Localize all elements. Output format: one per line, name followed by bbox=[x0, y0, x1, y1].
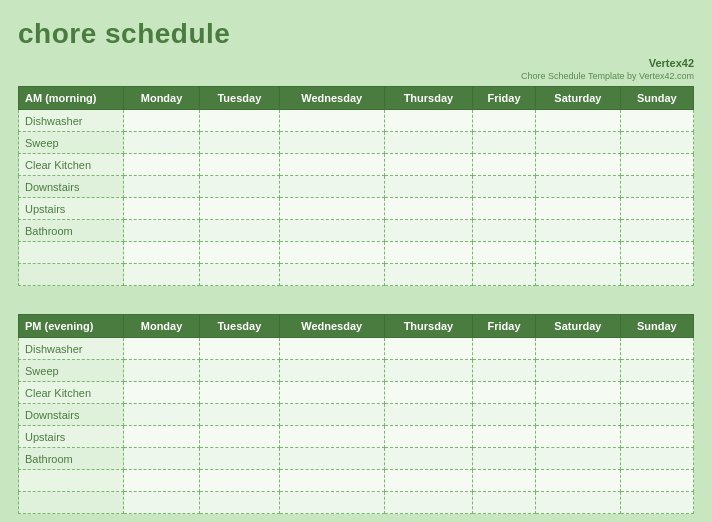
pm-cell-0-0[interactable] bbox=[124, 338, 200, 360]
pm-cell-0-6[interactable] bbox=[620, 338, 693, 360]
pm-cell-0-3[interactable] bbox=[384, 338, 472, 360]
am-cell-6-6[interactable] bbox=[620, 242, 693, 264]
am-cell-1-4[interactable] bbox=[472, 132, 535, 154]
pm-cell-5-4[interactable] bbox=[472, 448, 535, 470]
am-cell-4-6[interactable] bbox=[620, 198, 693, 220]
pm-cell-2-2[interactable] bbox=[279, 382, 384, 404]
pm-cell-7-0[interactable] bbox=[124, 492, 200, 514]
am-cell-4-3[interactable] bbox=[384, 198, 472, 220]
am-cell-2-2[interactable] bbox=[279, 154, 384, 176]
pm-cell-7-5[interactable] bbox=[536, 492, 620, 514]
pm-cell-5-0[interactable] bbox=[124, 448, 200, 470]
am-cell-4-0[interactable] bbox=[124, 198, 200, 220]
pm-cell-3-4[interactable] bbox=[472, 404, 535, 426]
am-cell-7-1[interactable] bbox=[200, 264, 279, 286]
pm-cell-1-0[interactable] bbox=[124, 360, 200, 382]
am-cell-0-3[interactable] bbox=[384, 110, 472, 132]
am-cell-7-0[interactable] bbox=[124, 264, 200, 286]
pm-cell-0-2[interactable] bbox=[279, 338, 384, 360]
pm-cell-3-2[interactable] bbox=[279, 404, 384, 426]
pm-cell-7-6[interactable] bbox=[620, 492, 693, 514]
am-cell-5-1[interactable] bbox=[200, 220, 279, 242]
pm-cell-6-0[interactable] bbox=[124, 470, 200, 492]
pm-cell-3-0[interactable] bbox=[124, 404, 200, 426]
pm-cell-0-4[interactable] bbox=[472, 338, 535, 360]
pm-cell-3-6[interactable] bbox=[620, 404, 693, 426]
pm-cell-4-0[interactable] bbox=[124, 426, 200, 448]
am-cell-0-6[interactable] bbox=[620, 110, 693, 132]
am-cell-4-5[interactable] bbox=[536, 198, 620, 220]
pm-cell-7-2[interactable] bbox=[279, 492, 384, 514]
am-cell-0-2[interactable] bbox=[279, 110, 384, 132]
pm-cell-4-2[interactable] bbox=[279, 426, 384, 448]
am-cell-1-1[interactable] bbox=[200, 132, 279, 154]
pm-cell-5-6[interactable] bbox=[620, 448, 693, 470]
am-cell-2-1[interactable] bbox=[200, 154, 279, 176]
pm-cell-6-1[interactable] bbox=[200, 470, 279, 492]
pm-cell-1-6[interactable] bbox=[620, 360, 693, 382]
am-cell-3-5[interactable] bbox=[536, 176, 620, 198]
am-cell-6-4[interactable] bbox=[472, 242, 535, 264]
am-cell-5-4[interactable] bbox=[472, 220, 535, 242]
pm-cell-4-4[interactable] bbox=[472, 426, 535, 448]
pm-cell-2-6[interactable] bbox=[620, 382, 693, 404]
am-cell-5-3[interactable] bbox=[384, 220, 472, 242]
am-cell-2-5[interactable] bbox=[536, 154, 620, 176]
am-cell-2-4[interactable] bbox=[472, 154, 535, 176]
am-cell-0-1[interactable] bbox=[200, 110, 279, 132]
pm-cell-5-2[interactable] bbox=[279, 448, 384, 470]
pm-cell-4-3[interactable] bbox=[384, 426, 472, 448]
pm-cell-5-1[interactable] bbox=[200, 448, 279, 470]
pm-cell-5-5[interactable] bbox=[536, 448, 620, 470]
pm-cell-0-1[interactable] bbox=[200, 338, 279, 360]
am-cell-6-2[interactable] bbox=[279, 242, 384, 264]
pm-cell-1-5[interactable] bbox=[536, 360, 620, 382]
am-cell-1-3[interactable] bbox=[384, 132, 472, 154]
am-cell-1-6[interactable] bbox=[620, 132, 693, 154]
pm-cell-1-4[interactable] bbox=[472, 360, 535, 382]
am-cell-3-4[interactable] bbox=[472, 176, 535, 198]
am-cell-5-5[interactable] bbox=[536, 220, 620, 242]
pm-cell-2-1[interactable] bbox=[200, 382, 279, 404]
pm-cell-4-6[interactable] bbox=[620, 426, 693, 448]
pm-cell-6-3[interactable] bbox=[384, 470, 472, 492]
pm-cell-7-3[interactable] bbox=[384, 492, 472, 514]
am-cell-3-3[interactable] bbox=[384, 176, 472, 198]
am-cell-6-3[interactable] bbox=[384, 242, 472, 264]
am-cell-5-6[interactable] bbox=[620, 220, 693, 242]
pm-cell-3-1[interactable] bbox=[200, 404, 279, 426]
pm-cell-6-4[interactable] bbox=[472, 470, 535, 492]
am-cell-1-0[interactable] bbox=[124, 132, 200, 154]
pm-cell-2-3[interactable] bbox=[384, 382, 472, 404]
am-cell-6-1[interactable] bbox=[200, 242, 279, 264]
am-cell-7-3[interactable] bbox=[384, 264, 472, 286]
am-cell-5-0[interactable] bbox=[124, 220, 200, 242]
am-cell-0-5[interactable] bbox=[536, 110, 620, 132]
pm-cell-1-1[interactable] bbox=[200, 360, 279, 382]
am-cell-2-3[interactable] bbox=[384, 154, 472, 176]
pm-cell-1-2[interactable] bbox=[279, 360, 384, 382]
am-cell-2-0[interactable] bbox=[124, 154, 200, 176]
am-cell-1-5[interactable] bbox=[536, 132, 620, 154]
pm-cell-2-4[interactable] bbox=[472, 382, 535, 404]
am-cell-4-2[interactable] bbox=[279, 198, 384, 220]
pm-cell-4-5[interactable] bbox=[536, 426, 620, 448]
pm-cell-1-3[interactable] bbox=[384, 360, 472, 382]
am-cell-6-0[interactable] bbox=[124, 242, 200, 264]
am-cell-4-1[interactable] bbox=[200, 198, 279, 220]
pm-cell-2-5[interactable] bbox=[536, 382, 620, 404]
am-cell-7-5[interactable] bbox=[536, 264, 620, 286]
pm-cell-7-1[interactable] bbox=[200, 492, 279, 514]
pm-cell-3-3[interactable] bbox=[384, 404, 472, 426]
pm-cell-5-3[interactable] bbox=[384, 448, 472, 470]
am-cell-7-4[interactable] bbox=[472, 264, 535, 286]
pm-cell-6-6[interactable] bbox=[620, 470, 693, 492]
am-cell-6-5[interactable] bbox=[536, 242, 620, 264]
am-cell-3-6[interactable] bbox=[620, 176, 693, 198]
am-cell-3-2[interactable] bbox=[279, 176, 384, 198]
am-cell-0-4[interactable] bbox=[472, 110, 535, 132]
am-cell-3-0[interactable] bbox=[124, 176, 200, 198]
pm-cell-4-1[interactable] bbox=[200, 426, 279, 448]
am-cell-3-1[interactable] bbox=[200, 176, 279, 198]
pm-cell-6-2[interactable] bbox=[279, 470, 384, 492]
